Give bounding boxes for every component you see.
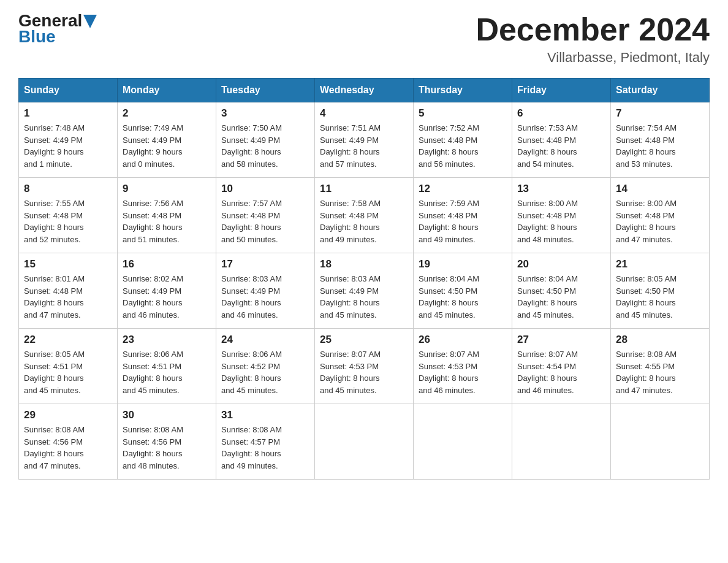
week-row-2: 8Sunrise: 7:55 AMSunset: 4:48 PMDaylight… — [19, 178, 710, 253]
day-info: Sunrise: 7:54 AMSunset: 4:48 PMDaylight:… — [616, 122, 704, 170]
day-info: Sunrise: 8:00 AMSunset: 4:48 PMDaylight:… — [616, 197, 704, 245]
day-number: 14 — [616, 183, 704, 195]
day-info: Sunrise: 7:55 AMSunset: 4:48 PMDaylight:… — [24, 197, 112, 245]
day-number: 2 — [123, 107, 211, 120]
day-number: 6 — [517, 107, 605, 120]
day-number: 18 — [320, 258, 408, 270]
day-info: Sunrise: 8:06 AMSunset: 4:51 PMDaylight:… — [123, 348, 211, 396]
day-info: Sunrise: 7:49 AMSunset: 4:49 PMDaylight:… — [123, 122, 211, 170]
col-header-sunday: Sunday — [19, 79, 118, 102]
logo-text-blue: Blue — [18, 28, 97, 45]
day-number: 1 — [24, 107, 112, 120]
day-cell-12: 12Sunrise: 7:59 AMSunset: 4:48 PMDayligh… — [414, 178, 512, 253]
day-info: Sunrise: 7:53 AMSunset: 4:48 PMDaylight:… — [517, 122, 605, 170]
day-cell-26: 26Sunrise: 8:07 AMSunset: 4:53 PMDayligh… — [414, 329, 512, 404]
day-cell-14: 14Sunrise: 8:00 AMSunset: 4:48 PMDayligh… — [611, 178, 710, 253]
week-row-4: 22Sunrise: 8:05 AMSunset: 4:51 PMDayligh… — [19, 329, 710, 404]
day-cell-6: 6Sunrise: 7:53 AMSunset: 4:48 PMDaylight… — [512, 102, 611, 178]
week-row-3: 15Sunrise: 8:01 AMSunset: 4:48 PMDayligh… — [19, 253, 710, 329]
col-header-monday: Monday — [118, 79, 216, 102]
day-number: 27 — [517, 334, 605, 346]
col-header-wednesday: Wednesday — [315, 79, 414, 102]
day-number: 25 — [320, 334, 408, 346]
day-info: Sunrise: 8:08 AMSunset: 4:55 PMDaylight:… — [616, 348, 704, 396]
day-cell-31: 31Sunrise: 8:08 AMSunset: 4:57 PMDayligh… — [216, 404, 315, 480]
day-info: Sunrise: 8:00 AMSunset: 4:48 PMDaylight:… — [517, 197, 605, 245]
day-number: 12 — [419, 183, 507, 195]
day-number: 13 — [517, 183, 605, 195]
day-number: 7 — [616, 107, 704, 120]
week-row-1: 1Sunrise: 7:48 AMSunset: 4:49 PMDaylight… — [19, 102, 710, 178]
day-info: Sunrise: 8:06 AMSunset: 4:52 PMDaylight:… — [221, 348, 309, 396]
day-info: Sunrise: 8:03 AMSunset: 4:49 PMDaylight:… — [221, 273, 309, 321]
day-cell-9: 9Sunrise: 7:56 AMSunset: 4:48 PMDaylight… — [118, 178, 216, 253]
day-number: 8 — [24, 183, 112, 195]
day-info: Sunrise: 8:05 AMSunset: 4:50 PMDaylight:… — [616, 273, 704, 321]
day-info: Sunrise: 7:57 AMSunset: 4:48 PMDaylight:… — [221, 197, 309, 245]
day-number: 24 — [221, 334, 309, 346]
day-number: 16 — [123, 258, 211, 270]
day-info: Sunrise: 8:03 AMSunset: 4:49 PMDaylight:… — [320, 273, 408, 321]
day-number: 3 — [221, 107, 309, 120]
day-cell-17: 17Sunrise: 8:03 AMSunset: 4:49 PMDayligh… — [216, 253, 315, 329]
day-info: Sunrise: 7:52 AMSunset: 4:48 PMDaylight:… — [419, 122, 507, 170]
day-info: Sunrise: 7:58 AMSunset: 4:48 PMDaylight:… — [320, 197, 408, 245]
col-header-friday: Friday — [512, 79, 611, 102]
day-info: Sunrise: 7:59 AMSunset: 4:48 PMDaylight:… — [419, 197, 507, 245]
day-cell-15: 15Sunrise: 8:01 AMSunset: 4:48 PMDayligh… — [19, 253, 118, 329]
month-title: December 2024 — [476, 12, 710, 47]
day-number: 30 — [123, 409, 211, 421]
day-info: Sunrise: 7:48 AMSunset: 4:49 PMDaylight:… — [24, 122, 112, 170]
day-cell-4: 4Sunrise: 7:51 AMSunset: 4:49 PMDaylight… — [315, 102, 414, 178]
day-cell-18: 18Sunrise: 8:03 AMSunset: 4:49 PMDayligh… — [315, 253, 414, 329]
day-info: Sunrise: 8:05 AMSunset: 4:51 PMDaylight:… — [24, 348, 112, 396]
day-cell-16: 16Sunrise: 8:02 AMSunset: 4:49 PMDayligh… — [118, 253, 216, 329]
empty-cell — [414, 404, 512, 480]
day-info: Sunrise: 8:08 AMSunset: 4:56 PMDaylight:… — [24, 424, 112, 472]
day-info: Sunrise: 8:04 AMSunset: 4:50 PMDaylight:… — [517, 273, 605, 321]
day-number: 28 — [616, 334, 704, 346]
day-cell-8: 8Sunrise: 7:55 AMSunset: 4:48 PMDaylight… — [19, 178, 118, 253]
day-info: Sunrise: 8:07 AMSunset: 4:53 PMDaylight:… — [320, 348, 408, 396]
day-cell-20: 20Sunrise: 8:04 AMSunset: 4:50 PMDayligh… — [512, 253, 611, 329]
col-header-saturday: Saturday — [611, 79, 710, 102]
page-header: General Blue December 2024 Villarbasse, … — [18, 12, 710, 66]
title-block: December 2024 Villarbasse, Piedmont, Ita… — [476, 12, 710, 66]
day-info: Sunrise: 8:04 AMSunset: 4:50 PMDaylight:… — [419, 273, 507, 321]
day-number: 26 — [419, 334, 507, 346]
day-number: 15 — [24, 258, 112, 270]
day-info: Sunrise: 8:08 AMSunset: 4:56 PMDaylight:… — [123, 424, 211, 472]
logo: General Blue — [18, 12, 97, 45]
day-cell-29: 29Sunrise: 8:08 AMSunset: 4:56 PMDayligh… — [19, 404, 118, 480]
day-number: 21 — [616, 258, 704, 270]
week-row-5: 29Sunrise: 8:08 AMSunset: 4:56 PMDayligh… — [19, 404, 710, 480]
day-number: 20 — [517, 258, 605, 270]
day-number: 31 — [221, 409, 309, 421]
col-header-thursday: Thursday — [414, 79, 512, 102]
day-info: Sunrise: 8:07 AMSunset: 4:54 PMDaylight:… — [517, 348, 605, 396]
day-number: 10 — [221, 183, 309, 195]
day-cell-27: 27Sunrise: 8:07 AMSunset: 4:54 PMDayligh… — [512, 329, 611, 404]
day-cell-5: 5Sunrise: 7:52 AMSunset: 4:48 PMDaylight… — [414, 102, 512, 178]
day-info: Sunrise: 8:02 AMSunset: 4:49 PMDaylight:… — [123, 273, 211, 321]
empty-cell — [315, 404, 414, 480]
day-cell-2: 2Sunrise: 7:49 AMSunset: 4:49 PMDaylight… — [118, 102, 216, 178]
day-cell-19: 19Sunrise: 8:04 AMSunset: 4:50 PMDayligh… — [414, 253, 512, 329]
day-number: 22 — [24, 334, 112, 346]
day-info: Sunrise: 8:07 AMSunset: 4:53 PMDaylight:… — [419, 348, 507, 396]
empty-cell — [611, 404, 710, 480]
day-number: 11 — [320, 183, 408, 195]
calendar-table: SundayMondayTuesdayWednesdayThursdayFrid… — [18, 78, 710, 480]
day-number: 9 — [123, 183, 211, 195]
day-info: Sunrise: 7:50 AMSunset: 4:49 PMDaylight:… — [221, 122, 309, 170]
day-number: 5 — [419, 107, 507, 120]
day-number: 19 — [419, 258, 507, 270]
day-number: 23 — [123, 334, 211, 346]
day-cell-10: 10Sunrise: 7:57 AMSunset: 4:48 PMDayligh… — [216, 178, 315, 253]
location-subtitle: Villarbasse, Piedmont, Italy — [476, 50, 710, 66]
day-cell-3: 3Sunrise: 7:50 AMSunset: 4:49 PMDaylight… — [216, 102, 315, 178]
day-number: 17 — [221, 258, 309, 270]
day-info: Sunrise: 7:51 AMSunset: 4:49 PMDaylight:… — [320, 122, 408, 170]
day-number: 29 — [24, 409, 112, 421]
day-cell-24: 24Sunrise: 8:06 AMSunset: 4:52 PMDayligh… — [216, 329, 315, 404]
